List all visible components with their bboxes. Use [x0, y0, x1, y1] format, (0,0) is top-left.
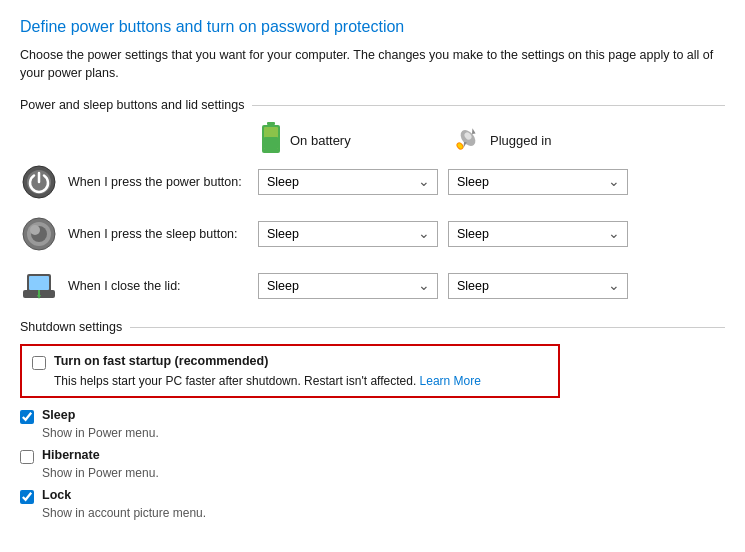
- shutdown-section: Shutdown settings Turn on fast startup (…: [20, 320, 725, 520]
- lock-desc: Show in account picture menu.: [20, 506, 725, 520]
- lid-on-battery-dropdown[interactable]: Do nothing Sleep Hibernate Shut down Tur…: [258, 273, 438, 299]
- sleep-button-label: When I press the sleep button:: [68, 227, 258, 241]
- sleep-shutdown-item: Sleep Show in Power menu.: [20, 408, 725, 440]
- sleep-shutdown-label[interactable]: Sleep: [42, 408, 75, 422]
- laptop-lid-icon: [21, 270, 57, 302]
- shutdown-section-header: Shutdown settings: [20, 320, 725, 334]
- hibernate-desc: Show in Power menu.: [20, 466, 725, 480]
- sleep-checkbox-row: Sleep: [20, 408, 725, 424]
- lock-checkbox[interactable]: [20, 490, 34, 504]
- svg-point-15: [30, 225, 40, 235]
- lid-plugged-in-dropdown[interactable]: Do nothing Sleep Hibernate Shut down Tur…: [448, 273, 628, 299]
- learn-more-link[interactable]: Learn More: [420, 374, 481, 388]
- power-sleep-section-header: Power and sleep buttons and lid settings: [20, 98, 725, 112]
- sleep-icon: [22, 217, 56, 251]
- sleep-button-row: When I press the sleep button: Do nothin…: [20, 214, 725, 254]
- hibernate-checkbox-row: Hibernate: [20, 448, 725, 464]
- sleep-plugged-in-dropdown[interactable]: Do nothing Sleep Hibernate Shut down Tur…: [448, 221, 628, 247]
- column-headers: On battery Plugged in: [20, 122, 725, 158]
- fast-startup-label[interactable]: Turn on fast startup (recommended): [54, 354, 268, 368]
- lock-shutdown-item: Lock Show in account picture menu.: [20, 488, 725, 520]
- power-plugged-in-dropdown-wrapper[interactable]: Do nothing Sleep Hibernate Shut down Tur…: [448, 169, 628, 195]
- sleep-button-icon: [20, 215, 58, 253]
- hibernate-checkbox[interactable]: [20, 450, 34, 464]
- svg-rect-0: [267, 122, 275, 125]
- svg-rect-3: [264, 137, 278, 149]
- svg-rect-18: [29, 276, 49, 290]
- lock-checkbox-row: Lock: [20, 488, 725, 504]
- sleep-on-battery-dropdown[interactable]: Do nothing Sleep Hibernate Shut down Tur…: [258, 221, 438, 247]
- on-battery-header: On battery: [260, 122, 450, 158]
- sleep-checkbox[interactable]: [20, 410, 34, 424]
- lid-row: When I close the lid: Do nothing Sleep H…: [20, 266, 725, 306]
- fast-startup-desc: This helps start your PC faster after sh…: [32, 374, 548, 388]
- power-button-icon: [20, 163, 58, 201]
- page-description: Choose the power settings that you want …: [20, 46, 725, 82]
- lid-plugged-in-dropdown-wrapper[interactable]: Do nothing Sleep Hibernate Shut down Tur…: [448, 273, 628, 299]
- power-on-battery-dropdown[interactable]: Do nothing Sleep Hibernate Shut down Tur…: [258, 169, 438, 195]
- plugged-in-header: Plugged in: [450, 126, 640, 154]
- lock-label[interactable]: Lock: [42, 488, 71, 502]
- fast-startup-checkbox[interactable]: [32, 356, 46, 370]
- svg-rect-20: [38, 290, 40, 296]
- power-button-label: When I press the power button:: [68, 175, 258, 189]
- plugged-in-icon: [450, 126, 482, 154]
- battery-icon: [260, 122, 282, 158]
- lid-label: When I close the lid:: [68, 279, 258, 293]
- sleep-plugged-in-dropdown-wrapper[interactable]: Do nothing Sleep Hibernate Shut down Tur…: [448, 221, 628, 247]
- fast-startup-checkbox-row: Turn on fast startup (recommended): [32, 354, 548, 370]
- lid-icon: [20, 267, 58, 305]
- page-title: Define power buttons and turn on passwor…: [20, 18, 725, 36]
- power-button-row: When I press the power button: Do nothin…: [20, 162, 725, 202]
- power-icon: [22, 165, 56, 199]
- fast-startup-box: Turn on fast startup (recommended) This …: [20, 344, 560, 398]
- sleep-shutdown-desc: Show in Power menu.: [20, 426, 725, 440]
- lid-on-battery-dropdown-wrapper[interactable]: Do nothing Sleep Hibernate Shut down Tur…: [258, 273, 438, 299]
- hibernate-shutdown-item: Hibernate Show in Power menu.: [20, 448, 725, 480]
- power-plugged-in-dropdown[interactable]: Do nothing Sleep Hibernate Shut down Tur…: [448, 169, 628, 195]
- sleep-on-battery-dropdown-wrapper[interactable]: Do nothing Sleep Hibernate Shut down Tur…: [258, 221, 438, 247]
- power-on-battery-dropdown-wrapper[interactable]: Do nothing Sleep Hibernate Shut down Tur…: [258, 169, 438, 195]
- hibernate-label[interactable]: Hibernate: [42, 448, 100, 462]
